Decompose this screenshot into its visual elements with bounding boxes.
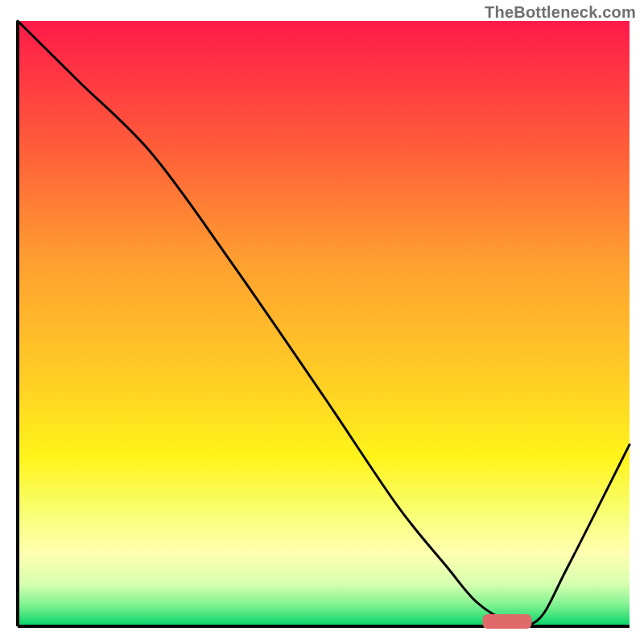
- bottleneck-chart: [0, 0, 644, 644]
- optimal-range-marker: [483, 614, 532, 629]
- watermark-text: TheBottleneck.com: [485, 3, 636, 22]
- chart-container: TheBottleneck.com: [0, 0, 644, 644]
